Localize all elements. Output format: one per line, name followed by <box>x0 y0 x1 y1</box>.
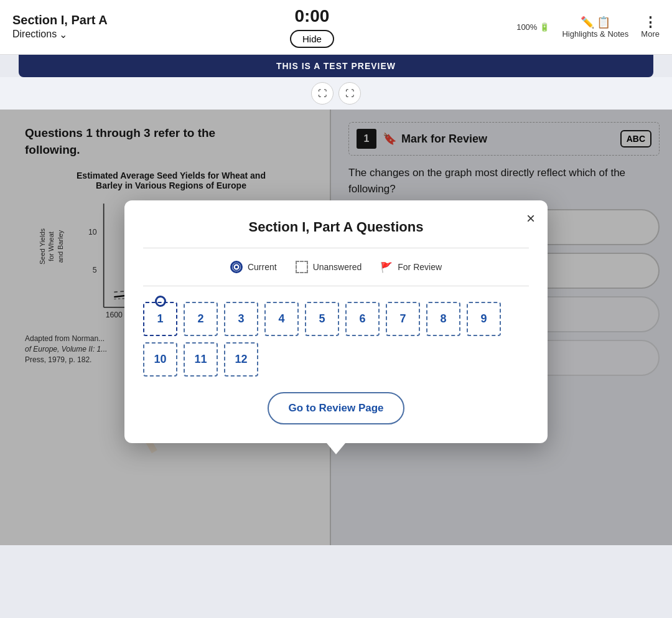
go-to-review-button[interactable]: Go to Review Page <box>268 392 404 424</box>
pen-icon: ✏️ <box>581 16 594 29</box>
hide-button[interactable]: Hide <box>290 30 334 48</box>
legend-for-review: 🚩 For Review <box>380 261 442 273</box>
question-cell-12[interactable]: 12 <box>224 342 258 377</box>
battery-icon: 🔋 <box>539 22 549 32</box>
legend-row: Current Unanswered 🚩 For Review <box>143 261 529 273</box>
test-preview-banner: THIS IS A TEST PREVIEW <box>19 55 653 77</box>
battery-info: 100% 🔋 <box>516 22 549 32</box>
timer: 0:00 <box>294 6 329 26</box>
more-dots-icon: ⋮ <box>643 16 658 29</box>
question-cell-2[interactable]: 2 <box>184 302 218 336</box>
question-cell-9[interactable]: 9 <box>467 302 501 336</box>
modal-title: Section I, Part A Questions <box>143 219 529 235</box>
section-title: Section I, Part A <box>12 13 108 27</box>
current-label: Current <box>248 262 277 272</box>
header-center: 0:00 Hide <box>290 6 334 48</box>
directions-label: Directions <box>12 29 57 40</box>
question-cell-7[interactable]: 7 <box>386 302 420 336</box>
unanswered-label: Unanswered <box>313 262 362 272</box>
highlights-notes-icons: ✏️ 📋 <box>581 16 610 29</box>
highlights-notes-label: Highlights & Notes <box>562 29 628 39</box>
question-cell-1[interactable]: 1 <box>143 302 177 336</box>
modal-overlay: Section I, Part A Questions × Current Un… <box>0 110 672 545</box>
current-indicator-icon <box>230 261 243 273</box>
question-cell-6[interactable]: 6 <box>345 302 380 336</box>
banner-text: THIS IS A TEST PREVIEW <box>276 61 396 71</box>
legend-current: Current <box>230 261 277 273</box>
main-content: New Achievements Questions 1 through 3 r… <box>0 110 672 545</box>
more-button[interactable]: ⋮ More <box>641 16 660 39</box>
unanswered-box-icon <box>296 261 308 273</box>
modal-close-button[interactable]: × <box>526 210 535 227</box>
header: Section I, Part A Directions ⌄ 0:00 Hide… <box>0 0 672 55</box>
modal-divider <box>143 248 529 248</box>
chevron-down-icon: ⌄ <box>59 29 67 40</box>
notes-icon: 📋 <box>597 16 610 29</box>
svg-point-7 <box>235 266 238 269</box>
for-review-label: For Review <box>398 262 442 272</box>
current-dot-indicator <box>155 296 166 307</box>
header-right: 100% 🔋 ✏️ 📋 Highlights & Notes ⋮ More <box>516 16 660 39</box>
question-cell-10[interactable]: 10 <box>143 342 177 377</box>
question-cell-4[interactable]: 4 <box>264 302 299 336</box>
question-grid: 1 2 3 4 5 6 7 8 9 10 11 12 <box>143 299 529 380</box>
expand-right-button[interactable]: ⛶ <box>338 82 361 105</box>
grid-divider <box>143 286 529 286</box>
for-review-flag-icon: 🚩 <box>380 261 393 273</box>
directions-button[interactable]: Directions ⌄ <box>12 27 108 42</box>
question-cell-3[interactable]: 3 <box>224 302 258 336</box>
highlights-notes-button[interactable]: ✏️ 📋 Highlights & Notes <box>562 16 628 39</box>
question-cell-5[interactable]: 5 <box>305 302 339 336</box>
modal-arrow <box>327 443 345 454</box>
question-cell-8[interactable]: 8 <box>426 302 460 336</box>
header-left: Section I, Part A Directions ⌄ <box>12 13 108 42</box>
more-label: More <box>641 29 660 39</box>
question-navigator-modal: Section I, Part A Questions × Current Un… <box>124 200 548 443</box>
battery-percentage: 100% <box>516 22 537 32</box>
expand-left-button[interactable]: ⛶ <box>311 82 334 105</box>
question-cell-11[interactable]: 11 <box>184 342 218 377</box>
legend-unanswered: Unanswered <box>296 261 362 273</box>
